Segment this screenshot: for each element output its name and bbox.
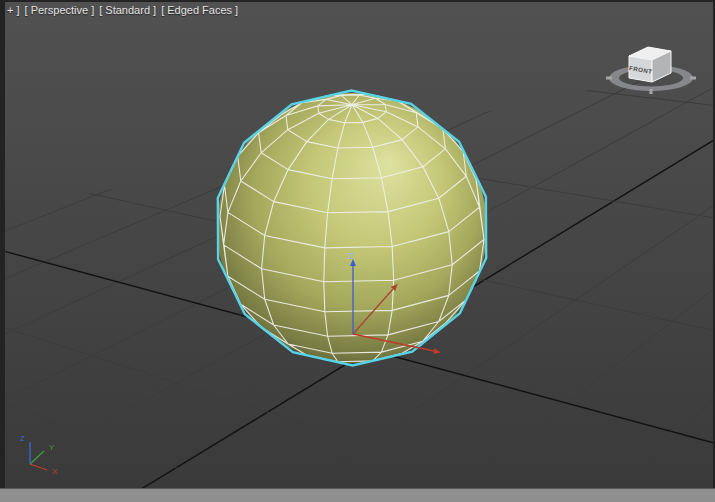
frame-edge-top — [0, 0, 715, 2]
viewport-style-menu[interactable]: [ Edged Faces ] — [161, 4, 238, 16]
tripod-z-label: Z — [20, 434, 25, 443]
world-axis-tripod: XYZ — [20, 434, 58, 476]
sphere-object[interactable] — [217, 91, 487, 366]
frame-edge-left — [0, 0, 5, 489]
viewport-frame: ZXYZFRONT + ][ Perspective ][ Standard ]… — [0, 0, 715, 502]
viewport-canvas[interactable]: ZXYZFRONT — [0, 0, 715, 502]
viewport-pov-menu[interactable]: [ Perspective ] — [25, 4, 95, 16]
viewport-general-menu[interactable]: + ] — [7, 4, 20, 16]
viewcube[interactable]: FRONT — [606, 47, 696, 94]
viewport-label-bar: + ][ Perspective ][ Standard ][ Edged Fa… — [7, 4, 243, 16]
tripod-y-label: Y — [49, 443, 55, 452]
tripod-x-label: X — [52, 467, 58, 476]
viewport-shading-menu[interactable]: [ Standard ] — [99, 4, 156, 16]
bottom-bar — [0, 488, 715, 502]
tripod-x-axis — [30, 464, 47, 470]
gizmo-z-label: Z — [348, 251, 354, 261]
